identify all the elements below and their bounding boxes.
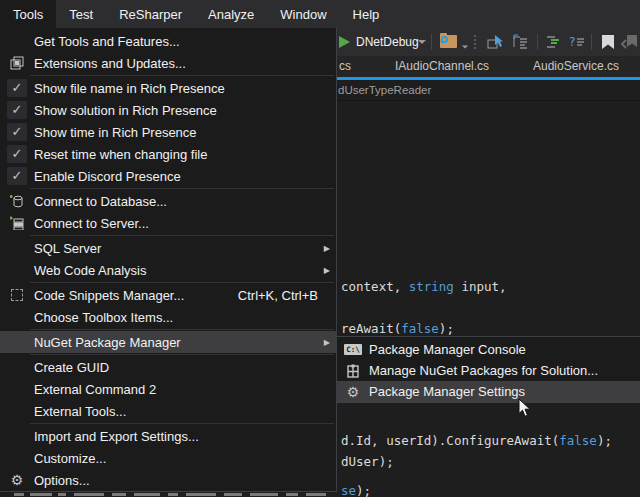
menu-separator: [30, 423, 334, 424]
format-indent-icon[interactable]: [545, 34, 563, 50]
menu-separator: [30, 75, 334, 76]
comment-help-icon[interactable]: ?: [567, 34, 585, 50]
nuget-package-manager-submenu: C:\ Package Manager Console Manage NuGet…: [336, 336, 640, 403]
copy-code-icon[interactable]: [511, 34, 529, 50]
menu-item-sql-server[interactable]: SQL Server ▶: [0, 237, 336, 259]
menu-bar: Tools Test ReSharper Analyze Window Help: [0, 0, 640, 28]
tab-partial[interactable]: cs: [339, 56, 351, 77]
mouse-cursor: [518, 398, 532, 418]
menubar-item-test[interactable]: Test: [56, 0, 106, 28]
code-line: reAwait(false);: [341, 321, 454, 337]
shortcut-label: Ctrl+K, Ctrl+B: [238, 288, 318, 303]
toolbar-separator: [591, 34, 592, 50]
checkmark-icon: ✓: [7, 123, 27, 141]
menu-item-manage-nuget-packages-for-solution[interactable]: Manage NuGet Packages for Solution...: [337, 360, 640, 381]
visual-studio-window: Tools Test ReSharper Analyze Window Help…: [0, 0, 640, 497]
menu-item-connect-to-server[interactable]: Connect to Server...: [0, 212, 336, 234]
breadcrumb-type[interactable]: dUserTypeReader: [338, 84, 431, 96]
toolbar: DNetDebug ?: [336, 28, 640, 56]
navigation-bar[interactable]: dUserTypeReader: [336, 80, 640, 101]
toolbar-separator: [431, 34, 432, 50]
menu-item-external-command-2[interactable]: External Command 2: [0, 378, 336, 400]
run-config-dropdown-icon[interactable]: [418, 40, 426, 44]
menu-item-choose-toolbox-items[interactable]: Choose Toolbox Items...: [0, 306, 336, 328]
server-icon: [10, 216, 24, 230]
menubar-item-tools[interactable]: Tools: [0, 0, 56, 28]
checkmark-icon: ✓: [7, 79, 27, 97]
code-line: se);: [341, 483, 371, 497]
checkmark-icon: ✓: [7, 167, 27, 185]
submenu-arrow-icon: ▶: [324, 338, 330, 347]
menu-item-get-tools-and-features[interactable]: Get Tools and Features...: [0, 30, 336, 52]
toolbar-grip[interactable]: [474, 35, 477, 49]
menu-separator: [30, 235, 334, 236]
menubar-item-help[interactable]: Help: [340, 0, 393, 28]
navigate-backward-icon[interactable]: [487, 34, 505, 50]
menu-item-show-file-name-rich-presence[interactable]: ✓ Show file name in Rich Presence: [0, 77, 336, 99]
find-in-files-icon[interactable]: [440, 35, 457, 48]
checkmark-icon: ✓: [7, 101, 27, 119]
code-snippets-icon: [11, 289, 23, 301]
database-icon: [10, 194, 24, 208]
menu-item-package-manager-settings[interactable]: ⚙ Package Manager Settings: [337, 381, 640, 402]
menu-item-create-guid[interactable]: Create GUID: [0, 356, 336, 378]
run-button[interactable]: [339, 36, 350, 48]
menu-item-customize[interactable]: Customize...: [0, 447, 336, 469]
nuget-packages-icon: [346, 364, 360, 378]
menu-item-nuget-package-manager[interactable]: NuGet Package Manager ▶: [0, 331, 336, 353]
checkmark-icon: ✓: [7, 145, 27, 163]
svg-text:?: ?: [569, 35, 575, 49]
gear-icon: ⚙: [347, 385, 360, 399]
menu-item-package-manager-console[interactable]: C:\ Package Manager Console: [337, 339, 640, 360]
run-configuration-label[interactable]: DNetDebug: [356, 28, 419, 56]
menu-separator: [30, 329, 334, 330]
console-icon: C:\: [344, 344, 362, 355]
menu-item-connect-to-database[interactable]: Connect to Database...: [0, 190, 336, 212]
clipped-code-line: [0, 492, 337, 497]
previous-bookmark-icon[interactable]: [621, 34, 639, 50]
bookmark-icon[interactable]: [599, 34, 617, 50]
tab-iaudiochannel[interactable]: IAudioChannel.cs: [395, 56, 489, 77]
menu-item-code-snippets-manager[interactable]: Code Snippets Manager... Ctrl+K, Ctrl+B: [0, 284, 336, 306]
menu-item-show-solution-rich-presence[interactable]: ✓ Show solution in Rich Presence: [0, 99, 336, 121]
menu-item-web-code-analysis[interactable]: Web Code Analysis ▶: [0, 259, 336, 281]
extensions-icon: [10, 56, 24, 70]
tools-menu: Get Tools and Features... Extensions and…: [0, 28, 337, 492]
code-line: context, string input,: [341, 279, 507, 295]
menubar-item-window[interactable]: Window: [267, 0, 339, 28]
menubar-item-resharper[interactable]: ReSharper: [106, 0, 195, 28]
find-dropdown-icon[interactable]: [462, 45, 468, 48]
code-line: d.Id, userId).ConfigureAwait(false);: [341, 433, 612, 449]
menubar-item-analyze[interactable]: Analyze: [195, 0, 267, 28]
code-editor[interactable]: context, string input, reAwait(false); d…: [336, 101, 640, 497]
gear-icon: ⚙: [11, 473, 24, 487]
code-line: dUser);: [341, 454, 394, 470]
menu-item-external-tools[interactable]: External Tools...: [0, 400, 336, 422]
menu-separator: [30, 282, 334, 283]
menu-item-show-time-rich-presence[interactable]: ✓ Show time in Rich Presence: [0, 121, 336, 143]
menu-separator: [30, 188, 334, 189]
menu-item-import-export-settings[interactable]: Import and Export Settings...: [0, 425, 336, 447]
magnifier-icon: [441, 36, 448, 43]
menu-item-extensions-and-updates[interactable]: Extensions and Updates...: [0, 52, 336, 74]
menu-separator: [30, 354, 334, 355]
tab-audioservice[interactable]: AudioService.cs: [533, 56, 619, 77]
submenu-arrow-icon: ▶: [324, 244, 330, 253]
menu-item-options[interactable]: ⚙ Options...: [0, 469, 336, 491]
tab-bar: cs IAudioChannel.cs AudioService.cs: [336, 56, 640, 77]
toolbar-separator: [537, 34, 538, 50]
submenu-arrow-icon: ▶: [324, 266, 330, 275]
menu-item-enable-discord-presence[interactable]: ✓ Enable Discord Presence: [0, 165, 336, 187]
menu-item-reset-time-when-changing-file[interactable]: ✓ Reset time when changing file: [0, 143, 336, 165]
